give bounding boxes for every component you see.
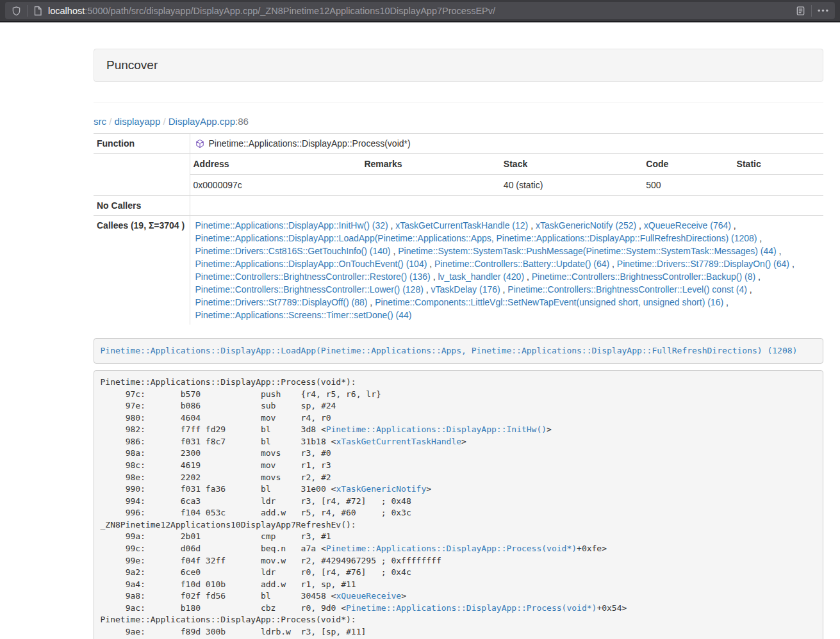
callee-link[interactable]: lv_task_handler (420) — [438, 271, 524, 282]
asm-symbol-link[interactable]: Pinetime::Applications::DisplayApp::Proc… — [346, 603, 597, 613]
assembly-block: Pinetime::Applications::DisplayApp::Proc… — [94, 370, 823, 639]
callee-link[interactable]: xTaskGetCurrentTaskHandle (12) — [395, 220, 528, 231]
details-table: Address Remarks Stack Code Static 0x0000… — [190, 154, 824, 195]
callee-link[interactable]: vTaskDelay (176) — [431, 284, 500, 295]
callee-link[interactable]: Pinetime::Applications::DisplayApp::Load… — [195, 233, 757, 243]
callee-separator: , — [755, 271, 761, 282]
callee-separator: , — [391, 246, 399, 256]
callee-separator: , — [731, 220, 736, 231]
callee-link[interactable]: Pinetime::Applications::Screens::Timer::… — [195, 310, 412, 320]
breadcrumb-separator: / — [160, 116, 169, 127]
callee-separator: , — [636, 220, 644, 231]
details-values-row: 0x0000097c 40 (static) 500 — [190, 175, 824, 196]
callee-separator: , — [367, 297, 375, 307]
breadcrumb-separator: / — [106, 116, 115, 127]
asm-symbol-link[interactable]: xQueueReceive — [336, 591, 401, 601]
no-callers-label: No Callers — [94, 196, 190, 216]
signature-link[interactable]: Pinetime::Applications::DisplayApp::Load… — [101, 346, 798, 355]
app-title: Puncover — [106, 58, 158, 72]
col-header-code: Code — [643, 154, 733, 175]
breadcrumb-line-number: :86 — [235, 116, 249, 127]
callee-link[interactable]: Pinetime::Applications::DisplayApp::Init… — [195, 220, 388, 231]
col-header-remarks: Remarks — [361, 154, 500, 175]
function-row: Function Pinetime::Applications::Display… — [94, 134, 823, 154]
url-bar-divider — [27, 5, 28, 17]
page-icon[interactable] — [33, 6, 42, 16]
col-header-address: Address — [190, 154, 361, 175]
asm-symbol-link[interactable]: Pinetime::Applications::DisplayApp::Init… — [326, 425, 547, 434]
callee-link[interactable]: Pinetime::Drivers::St7789::DisplayOff() … — [195, 297, 368, 307]
function-table: Function Pinetime::Applications::Display… — [94, 133, 823, 325]
divider — [94, 102, 823, 102]
callees-row: Callees (19, Σ=3704 ) Pinetime::Applicat… — [94, 216, 823, 325]
reader-mode-icon[interactable] — [796, 6, 805, 16]
assembly-code: Pinetime::Applications::DisplayApp::Proc… — [101, 377, 627, 639]
callee-separator: , — [723, 297, 729, 307]
callee-separator: , — [757, 233, 762, 243]
package-icon — [195, 139, 204, 149]
asm-symbol-link[interactable]: xTaskGetCurrentTaskHandle — [336, 437, 461, 446]
url-path: :5000/path/src/displayapp/DisplayApp.cpp… — [85, 6, 495, 16]
callee-separator: , — [424, 284, 431, 295]
function-label: Function — [94, 134, 190, 154]
breadcrumb-link[interactable]: displayapp — [115, 116, 161, 127]
callee-separator: , — [528, 220, 536, 231]
callee-link[interactable]: Pinetime::System::SystemTask::PushMessag… — [398, 246, 777, 256]
callee-link[interactable]: Pinetime::Controllers::Battery::Update()… — [434, 259, 609, 269]
details-row: Address Remarks Stack Code Static 0x0000… — [94, 154, 823, 196]
address-value: 0x0000097c — [190, 175, 361, 196]
static-value — [734, 175, 823, 196]
url-host: localhost — [48, 6, 85, 16]
url-bar-divider — [811, 5, 812, 17]
callee-separator: , — [388, 220, 396, 231]
callee-link[interactable]: Pinetime::Components::LittleVgl::SetNewT… — [375, 297, 723, 307]
function-name: Pinetime::Applications::DisplayApp::Proc… — [209, 137, 411, 150]
callee-separator: , — [524, 271, 532, 282]
stack-value: 40 (static) — [500, 175, 643, 196]
callee-link[interactable]: Pinetime::Drivers::St7789::DisplayOn() (… — [617, 259, 789, 269]
callee-separator: , — [427, 259, 434, 269]
callee-separator: , — [431, 271, 438, 282]
callees-list: Pinetime::Applications::DisplayApp::Init… — [190, 216, 823, 325]
breadcrumb-link[interactable]: src — [94, 116, 106, 127]
callee-link[interactable]: Pinetime::Controllers::BrightnessControl… — [195, 284, 424, 295]
breadcrumb: src / displayapp / DisplayApp.cpp:86 — [94, 115, 823, 128]
callee-separator: , — [609, 259, 617, 269]
callee-link[interactable]: Pinetime::Controllers::BrightnessControl… — [507, 284, 746, 295]
callee-separator: , — [500, 284, 508, 295]
callee-separator: , — [789, 259, 795, 269]
code-value: 500 — [643, 175, 733, 196]
remarks-value — [361, 175, 500, 196]
url-bar[interactable]: localhost:5000/path/src/displayapp/Displ… — [5, 2, 835, 19]
app-header-panel: Puncover — [94, 49, 823, 82]
callees-label: Callees (19, Σ=3704 ) — [94, 216, 190, 325]
callee-link[interactable]: xQueueReceive (764) — [644, 220, 731, 231]
menu-dots-icon[interactable] — [818, 9, 828, 12]
no-callers-row: No Callers — [94, 196, 823, 216]
callee-link[interactable]: Pinetime::Applications::DisplayApp::OnTo… — [195, 259, 427, 269]
breadcrumb-link[interactable]: DisplayApp.cpp — [169, 116, 235, 127]
col-header-stack: Stack — [500, 154, 643, 175]
shield-icon[interactable] — [12, 6, 21, 16]
asm-symbol-link[interactable]: Pinetime::Applications::DisplayApp::Proc… — [326, 544, 577, 553]
callee-separator: , — [747, 284, 752, 295]
asm-symbol-link[interactable]: xTaskGenericNotify — [336, 484, 426, 494]
signature-block: Pinetime::Applications::DisplayApp::Load… — [94, 338, 823, 364]
page-container: Puncover src / displayapp / DisplayApp.c… — [94, 49, 823, 639]
browser-toolbar: localhost:5000/path/src/displayapp/Displ… — [0, 0, 840, 22]
callee-link[interactable]: Pinetime::Controllers::BrightnessControl… — [195, 271, 431, 282]
callee-link[interactable]: Pinetime::Controllers::BrightnessControl… — [532, 271, 755, 282]
callee-separator: , — [777, 246, 782, 256]
callee-link[interactable]: xTaskGenericNotify (252) — [536, 220, 636, 231]
col-header-static: Static — [734, 154, 823, 175]
url-text[interactable]: localhost:5000/path/src/displayapp/Displ… — [48, 6, 796, 16]
callee-link[interactable]: Pinetime::Drivers::Cst816S::GetTouchInfo… — [195, 246, 391, 256]
